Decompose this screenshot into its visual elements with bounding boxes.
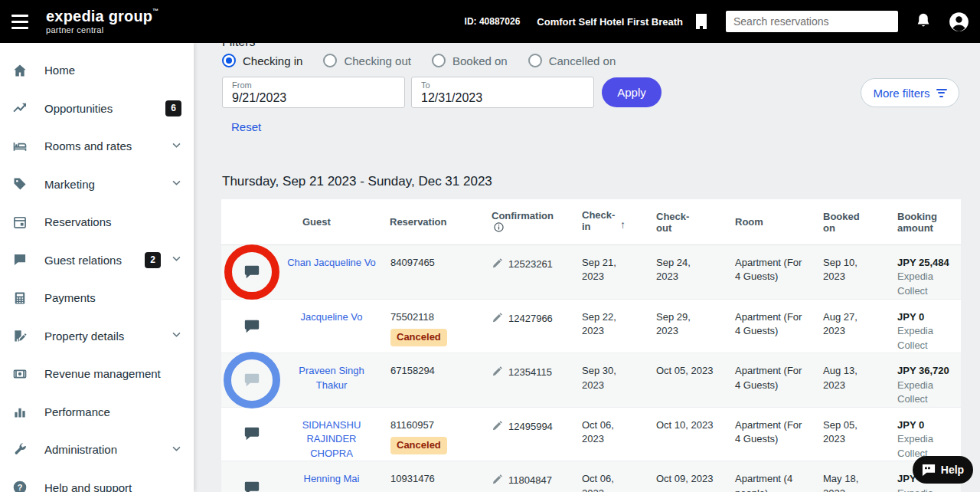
table-body: Chan Jacqueline Vo8409746512523261Sep 21…	[221, 245, 961, 492]
confirmation-cell: 11804847	[482, 461, 573, 492]
column-header-booking-amount: Booking amount	[888, 199, 961, 244]
money-icon	[12, 366, 29, 382]
booking-amount-cell: JPY 0Expedia Collect	[888, 300, 961, 353]
column-header-guest: Guest	[283, 199, 381, 244]
chevron-down-icon	[172, 443, 181, 457]
sidebar-item-label: Opportunities	[44, 102, 113, 115]
brand-logo[interactable]: expedia group™ partner central	[46, 8, 159, 34]
radio-checking-out[interactable]: Checking out	[323, 54, 411, 67]
guest-name-link[interactable]: SIDHANSHU RAJINDER CHOPRA	[302, 419, 361, 459]
column-header-check-in[interactable]: Check-in↑	[573, 199, 647, 244]
canceled-status-badge: Canceled	[390, 329, 447, 346]
message-bubble-icon[interactable]	[243, 481, 260, 492]
booking-amount-cell: JPY 25,484Expedia Collect	[888, 245, 961, 299]
sidebar-item-label: Guest relations	[44, 254, 122, 267]
tag-icon	[12, 175, 29, 192]
message-bubble-icon[interactable]	[243, 319, 260, 334]
column-header-confirmation: Confirmation	[482, 199, 573, 244]
edit-pencil-icon[interactable]	[492, 420, 503, 431]
help-button[interactable]: Help	[913, 456, 973, 484]
sidebar-item-opportunities[interactable]: Opportunities6	[0, 90, 194, 128]
sidebar-nav: HomeOpportunities6Rooms and ratesMarketi…	[0, 43, 194, 492]
sidebar-item-administration[interactable]: Administration	[0, 431, 194, 469]
sidebar-item-home[interactable]: Home	[0, 51, 194, 90]
more-filters-label: More filters	[873, 87, 929, 100]
more-filters-button[interactable]: More filters	[861, 78, 959, 107]
reservation-number: 10931476	[390, 472, 472, 486]
confirmation-number: 12523261	[508, 257, 553, 271]
search-input[interactable]	[726, 11, 898, 32]
amount-note: Expedia Collect	[897, 270, 942, 298]
to-date-label: To	[421, 80, 584, 90]
calculator-icon	[12, 290, 29, 307]
message-cell	[221, 300, 283, 353]
reservation-number: 84097465	[390, 256, 472, 270]
guest-cell: Henning Mai	[283, 461, 381, 492]
check-in-cell: Sep 30, 2023	[573, 353, 647, 406]
table-row: SIDHANSHU RAJINDER CHOPRA81160957Cancele…	[221, 407, 961, 461]
radio-selected-icon	[222, 54, 236, 67]
column-header-booked-on: Booked on	[814, 199, 888, 244]
reservation-cell: 75502118Canceled	[381, 300, 482, 353]
message-bubble-icon[interactable]	[243, 264, 260, 280]
building-icon[interactable]	[692, 12, 710, 31]
sidebar-item-guest-relations[interactable]: Guest relations2	[0, 241, 194, 280]
building-edit-icon	[12, 327, 29, 344]
booking-amount-cell: JPY 36,720Expedia Collect	[888, 353, 961, 406]
room-cell: Apartment (For 4 Guests)	[726, 353, 814, 406]
info-icon[interactable]	[494, 222, 504, 235]
sidebar-item-marketing[interactable]: Marketing	[0, 166, 194, 204]
sidebar-item-payments[interactable]: Payments	[0, 279, 194, 317]
sidebar-item-performance[interactable]: Performance	[0, 393, 194, 431]
message-cell	[221, 408, 283, 461]
edit-pencil-icon[interactable]	[492, 312, 503, 323]
count-badge: 2	[145, 252, 161, 268]
home-icon	[12, 62, 29, 79]
reset-link[interactable]: Reset	[231, 120, 261, 133]
edit-pencil-icon[interactable]	[492, 257, 503, 269]
sidebar-item-label: Rooms and rates	[44, 139, 132, 153]
radio-cancelled-on[interactable]: Cancelled on	[528, 54, 616, 67]
sidebar-item-revenue-management[interactable]: Revenue management	[0, 355, 194, 393]
bar-chart-icon	[12, 403, 29, 420]
help-icon: ?	[12, 479, 29, 492]
radio-booked-on[interactable]: Booked on	[432, 54, 508, 67]
column-header-check-out: Check-out	[647, 199, 726, 244]
guest-name-link[interactable]: Chan Jacqueline Vo	[287, 257, 376, 268]
message-cell	[221, 353, 283, 406]
apply-button[interactable]: Apply	[602, 77, 662, 107]
check-in-cell: Oct 06, 2023	[573, 461, 647, 492]
guest-name-link[interactable]: Praveen Singh Thakur	[299, 365, 364, 390]
sidebar-item-property-details[interactable]: Property details	[0, 317, 194, 356]
radio-checking-in[interactable]: Checking in	[222, 54, 302, 67]
bed-icon	[12, 138, 29, 155]
check-in-cell: Oct 06, 2023	[573, 408, 647, 461]
guest-name-link[interactable]: Henning Mai	[304, 473, 360, 484]
help-chat-icon	[922, 464, 936, 476]
column-header-message	[221, 199, 283, 244]
chevron-down-icon	[172, 329, 181, 343]
notification-bell-icon[interactable]	[915, 12, 932, 31]
message-cell	[221, 461, 283, 492]
user-avatar-icon[interactable]	[949, 11, 969, 32]
message-bubble-icon[interactable]	[243, 372, 260, 388]
to-date-field[interactable]: To 12/31/2023	[411, 77, 594, 108]
amount-value: JPY 25,484	[897, 256, 955, 270]
edit-pencil-icon[interactable]	[492, 474, 503, 485]
from-date-field[interactable]: From 9/21/2023	[222, 77, 405, 108]
filter-icon	[936, 89, 947, 97]
guest-name-link[interactable]: Jacqueline Vo	[301, 311, 363, 323]
sidebar-item-label: Payments	[44, 291, 96, 304]
property-name: Comfort Self Hotel First Breath	[537, 16, 683, 28]
check-in-cell: Sep 22, 2023	[573, 300, 647, 353]
menu-icon[interactable]	[9, 10, 35, 33]
sidebar-item-reservations[interactable]: Reservations	[0, 203, 194, 241]
table-row: Henning Mai1093147611804847Oct 06, 2023O…	[221, 461, 961, 492]
sidebar-item-help-and-support[interactable]: ?Help and support	[0, 469, 194, 492]
table-header-row: Guest Reservation Confirmation Check-in↑…	[221, 199, 961, 245]
edit-pencil-icon[interactable]	[492, 366, 503, 377]
message-bubble-icon[interactable]	[243, 426, 260, 441]
chevron-down-icon	[172, 139, 181, 153]
sidebar-item-rooms-and-rates[interactable]: Rooms and rates	[0, 127, 194, 166]
sidebar-item-label: Revenue management	[44, 367, 161, 380]
